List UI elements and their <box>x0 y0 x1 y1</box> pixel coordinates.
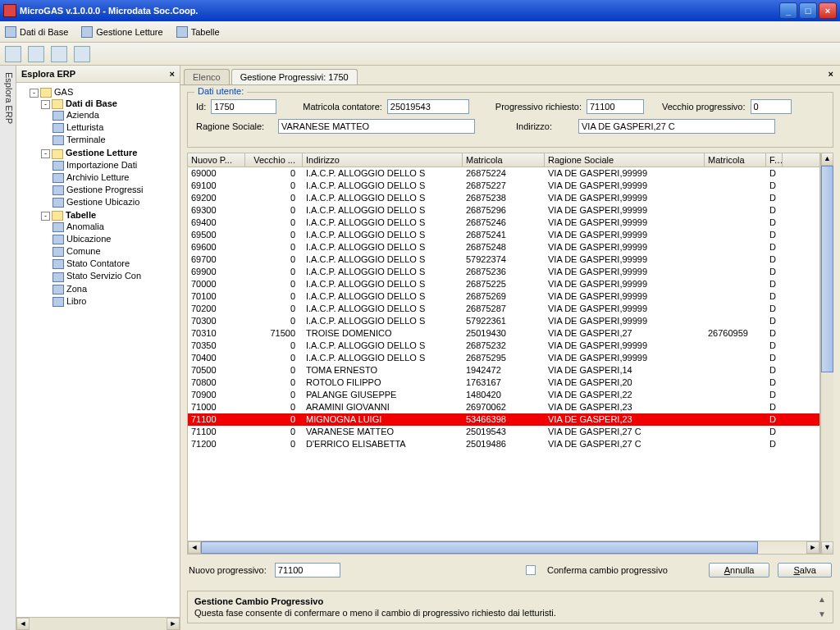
tree-item[interactable]: Azienda <box>52 109 178 121</box>
table-row[interactable]: 699000I.A.C.P. ALLOGGIO DELLO S26875236V… <box>188 266 819 278</box>
tree-item[interactable]: Anomalia <box>52 221 178 233</box>
tree-item[interactable]: Libro <box>52 295 178 308</box>
table-row[interactable]: 704000I.A.C.P. ALLOGGIO DELLO S26875295V… <box>188 352 819 364</box>
col-vecchio[interactable]: Vecchio ... <box>245 153 303 167</box>
table-row[interactable]: 703000I.A.C.P. ALLOGGIO DELLO S57922361V… <box>188 315 819 327</box>
table-row[interactable]: 700000I.A.C.P. ALLOGGIO DELLO S26875225V… <box>188 278 819 290</box>
scroll-right-icon[interactable]: ► <box>806 541 819 554</box>
id-field[interactable] <box>211 99 276 114</box>
page-icon <box>52 185 64 195</box>
table-row[interactable]: 692000I.A.C.P. ALLOGGIO DELLO S26875238V… <box>188 192 819 204</box>
ragione-field[interactable] <box>278 119 475 134</box>
scroll-track[interactable] <box>821 166 833 541</box>
table-row[interactable]: 709000PALANGE GIUSEPPE1480420VIA DE GASP… <box>188 389 819 401</box>
scroll-track[interactable] <box>201 541 806 554</box>
conferma-checkbox[interactable] <box>526 565 536 575</box>
page-icon <box>52 235 64 244</box>
tree-toggle[interactable]: - <box>41 149 50 158</box>
tree-item[interactable]: Stato Servizio Con <box>52 270 178 282</box>
table-row[interactable]: 693000I.A.C.P. ALLOGGIO DELLO S26875296V… <box>188 204 819 217</box>
tree-toggle[interactable]: - <box>41 100 50 109</box>
help-down-icon[interactable]: ▼ <box>816 609 828 619</box>
table-row[interactable]: 696000I.A.C.P. ALLOGGIO DELLO S26875248V… <box>188 241 819 253</box>
nuovo-prog-field[interactable] <box>275 563 340 578</box>
table-row[interactable]: 708000ROTOLO FILIPPO1763167VIA DE GASPER… <box>188 377 819 389</box>
table-row[interactable]: 690000I.A.C.P. ALLOGGIO DELLO S26875224V… <box>188 167 819 180</box>
col-indirizzo[interactable]: Indirizzo <box>303 153 463 167</box>
table-row[interactable]: 710000ARAMINI GIOVANNI26970062VIA DE GAS… <box>188 401 819 413</box>
table-row[interactable]: 694000I.A.C.P. ALLOGGIO DELLO S26875246V… <box>188 217 819 229</box>
table-row[interactable]: 7031071500TROISE DOMENICO25019430VIA DE … <box>188 327 819 340</box>
tree-item[interactable]: Gestione Ubicazio <box>52 196 178 208</box>
toolbar-btn-3[interactable] <box>51 46 67 62</box>
grid-body[interactable]: 690000I.A.C.P. ALLOGGIO DELLO S26875224V… <box>188 167 819 541</box>
help-up-icon[interactable]: ▲ <box>816 595 828 605</box>
scroll-left-icon[interactable]: ◄ <box>16 618 30 630</box>
table-row[interactable]: 697000I.A.C.P. ALLOGGIO DELLO S57922374V… <box>188 253 819 266</box>
maximize-button[interactable]: □ <box>799 2 817 19</box>
tab-gestione-progressivi[interactable]: Gestione Progressivi: 1750 <box>231 69 358 84</box>
tree-item[interactable]: Terminale <box>52 134 178 146</box>
sidebar-hscroll[interactable]: ◄ ► <box>16 617 180 630</box>
scroll-up-icon[interactable]: ▲ <box>821 153 833 166</box>
salva-button[interactable]: Salva <box>778 563 832 578</box>
table-row[interactable]: 695000I.A.C.P. ALLOGGIO DELLO S26875241V… <box>188 229 819 241</box>
tree-item[interactable]: Gestione Progressi <box>52 184 178 196</box>
matricola-field[interactable] <box>387 99 469 114</box>
table-row[interactable]: 712000D'ERRICO ELISABETTA25019486VIA DE … <box>188 438 819 450</box>
col-ragione[interactable]: Ragione Sociale <box>545 153 705 167</box>
side-tab-esplora[interactable]: Esplora ERP <box>0 66 16 630</box>
tree-toggle[interactable]: - <box>41 212 50 221</box>
grid-hscroll[interactable]: ◄ ► <box>188 541 819 554</box>
progressivo-field[interactable] <box>587 99 644 114</box>
table-row[interactable]: 711000VARANESE MATTEO25019543VIA DE GASP… <box>188 426 819 438</box>
data-grid[interactable]: Nuovo P... Vecchio ... Indirizzo Matrico… <box>187 153 820 555</box>
tree-view[interactable]: -GAS -Dati di Base Azienda Letturista Te… <box>16 83 180 617</box>
tree-item[interactable]: Comune <box>52 245 178 258</box>
scroll-left-icon[interactable]: ◄ <box>188 541 201 554</box>
tree-item[interactable]: Letturista <box>52 121 178 134</box>
scroll-thumb[interactable] <box>821 166 833 372</box>
tree-item[interactable]: Stato Contatore <box>52 258 178 270</box>
toolbar-btn-2[interactable] <box>28 46 44 62</box>
grid-vscroll[interactable]: ▲ ▼ <box>820 153 833 555</box>
table-row[interactable]: 703500I.A.C.P. ALLOGGIO DELLO S26875232V… <box>188 340 819 352</box>
menu-dati-di-base[interactable]: Dati di Base <box>5 26 68 38</box>
menu-gestione-letture[interactable]: Gestione Letture <box>81 26 162 38</box>
col-matricola[interactable]: Matricola <box>463 153 545 167</box>
tree-item[interactable]: Ubicazione <box>52 233 178 245</box>
col-matricola2[interactable]: Matricola <box>705 153 766 167</box>
toolbar-btn-1[interactable] <box>5 46 21 62</box>
scroll-track[interactable] <box>30 618 167 630</box>
tree-item[interactable]: Archivio Letture <box>52 171 178 184</box>
tree-item[interactable]: Zona <box>52 283 178 295</box>
tree-item[interactable]: Importazione Dati <box>52 159 178 171</box>
tree-toggle[interactable]: - <box>30 89 39 98</box>
tab-elenco[interactable]: Elenco <box>184 69 230 84</box>
table-row[interactable]: 711000MIGNOGNA LUIGI53466398VIA DE GASPE… <box>188 413 819 426</box>
col-f[interactable]: F... <box>766 153 783 167</box>
annulla-button[interactable]: Annulla <box>709 563 770 578</box>
help-text: Questa fase consente di confermare o men… <box>194 608 826 618</box>
scroll-thumb[interactable] <box>201 541 758 554</box>
table-row[interactable]: 701000I.A.C.P. ALLOGGIO DELLO S26875269V… <box>188 290 819 303</box>
page-icon <box>52 272 64 282</box>
vecchio-field[interactable] <box>751 99 792 114</box>
table-row[interactable]: 702000I.A.C.P. ALLOGGIO DELLO S26875287V… <box>188 303 819 315</box>
menu-tabelle[interactable]: Tabelle <box>176 26 220 38</box>
table-row[interactable]: 705000TOMA ERNESTO1942472VIA DE GASPERI,… <box>188 364 819 377</box>
help-title: Gestione Cambio Progressivo <box>194 596 826 606</box>
col-nuovo[interactable]: Nuovo P... <box>188 153 245 167</box>
main-panel: Elenco Gestione Progressivi: 1750 × Dati… <box>180 66 840 630</box>
sidebar-close-icon[interactable]: × <box>170 69 175 79</box>
toolbar-btn-4[interactable] <box>74 46 90 62</box>
folder-icon <box>40 88 52 98</box>
tab-close-icon[interactable]: × <box>829 69 833 79</box>
indirizzo-field[interactable] <box>578 119 775 134</box>
close-button[interactable]: × <box>819 2 837 19</box>
table-row[interactable]: 691000I.A.C.P. ALLOGGIO DELLO S26875227V… <box>188 180 819 192</box>
folder-icon <box>52 211 63 221</box>
minimize-button[interactable]: _ <box>779 2 797 19</box>
scroll-down-icon[interactable]: ▼ <box>821 541 833 555</box>
scroll-right-icon[interactable]: ► <box>167 618 180 630</box>
